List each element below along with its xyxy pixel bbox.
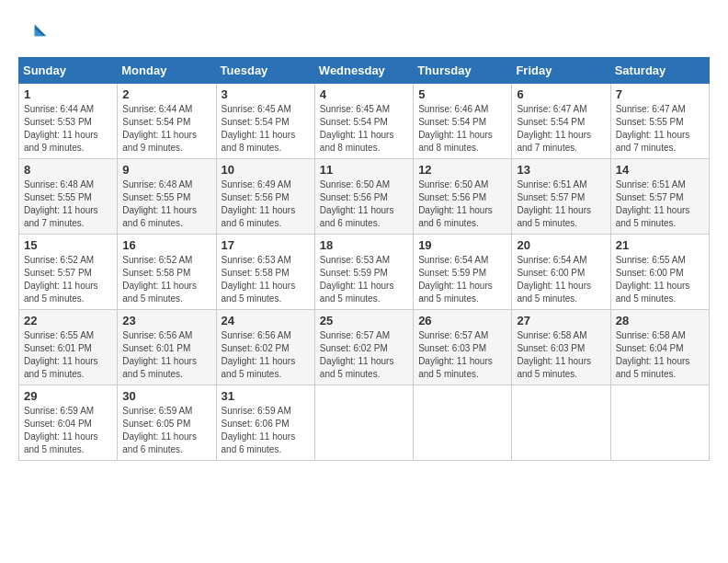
day-number: 17	[222, 238, 310, 252]
day-info: Sunrise: 6:56 AMSunset: 6:02 PMDaylight:…	[222, 329, 310, 381]
day-header-saturday: Saturday	[610, 58, 709, 84]
day-info: Sunrise: 6:55 AMSunset: 6:01 PMDaylight:…	[24, 329, 112, 381]
day-info: Sunrise: 6:55 AMSunset: 6:00 PMDaylight:…	[616, 254, 704, 305]
day-header-thursday: Thursday	[414, 58, 512, 84]
day-number: 21	[616, 238, 704, 252]
day-number: 25	[320, 314, 408, 327]
logo	[18, 18, 51, 48]
day-info: Sunrise: 6:50 AMSunset: 5:56 PMDaylight:…	[418, 178, 506, 230]
calendar-cell: 28Sunrise: 6:58 AMSunset: 6:04 PMDayligh…	[610, 310, 709, 385]
calendar-cell: 25Sunrise: 6:57 AMSunset: 6:02 PMDayligh…	[314, 310, 413, 385]
day-number: 7	[616, 87, 704, 101]
day-number: 13	[517, 163, 605, 177]
day-info: Sunrise: 6:48 AMSunset: 5:55 PMDaylight:…	[24, 178, 112, 230]
day-number: 15	[24, 238, 112, 252]
day-number: 14	[616, 163, 704, 177]
calendar-cell: 24Sunrise: 6:56 AMSunset: 6:02 PMDayligh…	[216, 310, 314, 385]
calendar-week-row: 8Sunrise: 6:48 AMSunset: 5:55 PMDaylight…	[19, 159, 710, 235]
day-number: 19	[418, 238, 506, 252]
calendar-cell: 8Sunrise: 6:48 AMSunset: 5:55 PMDaylight…	[19, 159, 118, 235]
day-number: 23	[122, 314, 210, 327]
calendar-cell: 20Sunrise: 6:54 AMSunset: 6:00 PMDayligh…	[512, 235, 610, 310]
calendar-week-row: 1Sunrise: 6:44 AMSunset: 5:53 PMDaylight…	[19, 84, 710, 159]
calendar-cell: 10Sunrise: 6:49 AMSunset: 5:56 PMDayligh…	[216, 159, 314, 235]
calendar-cell: 26Sunrise: 6:57 AMSunset: 6:03 PMDayligh…	[414, 310, 512, 385]
day-number: 28	[616, 314, 704, 327]
day-info: Sunrise: 6:51 AMSunset: 5:57 PMDaylight:…	[517, 178, 605, 230]
day-info: Sunrise: 6:53 AMSunset: 5:58 PMDaylight:…	[222, 254, 310, 305]
day-number: 27	[517, 314, 605, 327]
calendar-table: SundayMondayTuesdayWednesdayThursdayFrid…	[18, 57, 710, 461]
calendar-cell: 6Sunrise: 6:47 AMSunset: 5:54 PMDaylight…	[512, 84, 610, 159]
calendar-cell: 1Sunrise: 6:44 AMSunset: 5:53 PMDaylight…	[19, 84, 118, 159]
day-number: 11	[320, 163, 408, 177]
calendar-cell: 18Sunrise: 6:53 AMSunset: 5:59 PMDayligh…	[314, 235, 413, 310]
day-number: 12	[418, 163, 506, 177]
day-info: Sunrise: 6:59 AMSunset: 6:06 PMDaylight:…	[222, 405, 310, 456]
day-info: Sunrise: 6:49 AMSunset: 5:56 PMDaylight:…	[222, 178, 310, 230]
day-number: 5	[418, 87, 506, 101]
day-number: 24	[222, 314, 310, 327]
day-info: Sunrise: 6:59 AMSunset: 6:04 PMDaylight:…	[24, 405, 112, 456]
calendar-cell: 3Sunrise: 6:45 AMSunset: 5:54 PMDaylight…	[216, 84, 314, 159]
day-header-friday: Friday	[512, 58, 610, 84]
day-number: 6	[517, 87, 605, 101]
day-info: Sunrise: 6:45 AMSunset: 5:54 PMDaylight:…	[320, 103, 408, 155]
day-info: Sunrise: 6:47 AMSunset: 5:55 PMDaylight:…	[616, 103, 704, 155]
calendar-cell: 27Sunrise: 6:58 AMSunset: 6:03 PMDayligh…	[512, 310, 610, 385]
day-header-sunday: Sunday	[19, 58, 118, 84]
calendar-cell: 16Sunrise: 6:52 AMSunset: 5:58 PMDayligh…	[118, 235, 216, 310]
calendar-cell: 22Sunrise: 6:55 AMSunset: 6:01 PMDayligh…	[19, 310, 118, 385]
calendar-cell: 12Sunrise: 6:50 AMSunset: 5:56 PMDayligh…	[414, 159, 512, 235]
calendar-cell: 9Sunrise: 6:48 AMSunset: 5:55 PMDaylight…	[118, 159, 216, 235]
day-number: 3	[222, 87, 310, 101]
day-info: Sunrise: 6:57 AMSunset: 6:03 PMDaylight:…	[418, 329, 506, 381]
calendar-week-row: 29Sunrise: 6:59 AMSunset: 6:04 PMDayligh…	[19, 385, 710, 461]
day-info: Sunrise: 6:44 AMSunset: 5:53 PMDaylight:…	[24, 103, 112, 155]
calendar-cell: 29Sunrise: 6:59 AMSunset: 6:04 PMDayligh…	[19, 385, 118, 461]
day-info: Sunrise: 6:45 AMSunset: 5:54 PMDaylight:…	[222, 103, 310, 155]
day-info: Sunrise: 6:59 AMSunset: 6:05 PMDaylight:…	[122, 405, 210, 456]
day-info: Sunrise: 6:50 AMSunset: 5:56 PMDaylight:…	[320, 178, 408, 230]
calendar-week-row: 22Sunrise: 6:55 AMSunset: 6:01 PMDayligh…	[19, 310, 710, 385]
calendar-body: 1Sunrise: 6:44 AMSunset: 5:53 PMDaylight…	[19, 84, 710, 461]
day-info: Sunrise: 6:57 AMSunset: 6:02 PMDaylight:…	[320, 329, 408, 381]
day-info: Sunrise: 6:52 AMSunset: 5:57 PMDaylight:…	[24, 254, 112, 305]
calendar-cell: 4Sunrise: 6:45 AMSunset: 5:54 PMDaylight…	[314, 84, 413, 159]
day-info: Sunrise: 6:44 AMSunset: 5:54 PMDaylight:…	[122, 103, 210, 155]
day-header-wednesday: Wednesday	[314, 58, 413, 84]
day-number: 22	[24, 314, 112, 327]
day-info: Sunrise: 6:56 AMSunset: 6:01 PMDaylight:…	[122, 329, 210, 381]
calendar-cell: 11Sunrise: 6:50 AMSunset: 5:56 PMDayligh…	[314, 159, 413, 235]
calendar-cell	[314, 385, 413, 461]
day-number: 10	[222, 163, 310, 177]
calendar-cell: 13Sunrise: 6:51 AMSunset: 5:57 PMDayligh…	[512, 159, 610, 235]
calendar-cell: 23Sunrise: 6:56 AMSunset: 6:01 PMDayligh…	[118, 310, 216, 385]
day-number: 8	[24, 163, 112, 177]
day-number: 1	[24, 87, 112, 101]
day-info: Sunrise: 6:46 AMSunset: 5:54 PMDaylight:…	[418, 103, 506, 155]
logo-icon	[18, 18, 48, 48]
calendar-week-row: 15Sunrise: 6:52 AMSunset: 5:57 PMDayligh…	[19, 235, 710, 310]
calendar-cell	[610, 385, 709, 461]
day-header-monday: Monday	[118, 58, 216, 84]
day-number: 9	[122, 163, 210, 177]
day-info: Sunrise: 6:58 AMSunset: 6:04 PMDaylight:…	[616, 329, 704, 381]
calendar-cell: 17Sunrise: 6:53 AMSunset: 5:58 PMDayligh…	[216, 235, 314, 310]
calendar-cell: 31Sunrise: 6:59 AMSunset: 6:06 PMDayligh…	[216, 385, 314, 461]
day-number: 16	[122, 238, 210, 252]
calendar-cell	[512, 385, 610, 461]
day-info: Sunrise: 6:48 AMSunset: 5:55 PMDaylight:…	[122, 178, 210, 230]
calendar-cell: 5Sunrise: 6:46 AMSunset: 5:54 PMDaylight…	[414, 84, 512, 159]
page-header	[18, 18, 710, 48]
calendar-cell	[414, 385, 512, 461]
day-number: 18	[320, 238, 408, 252]
day-number: 29	[24, 389, 112, 403]
day-info: Sunrise: 6:54 AMSunset: 6:00 PMDaylight:…	[517, 254, 605, 305]
day-number: 20	[517, 238, 605, 252]
day-info: Sunrise: 6:58 AMSunset: 6:03 PMDaylight:…	[517, 329, 605, 381]
calendar-cell: 21Sunrise: 6:55 AMSunset: 6:00 PMDayligh…	[610, 235, 709, 310]
day-info: Sunrise: 6:52 AMSunset: 5:58 PMDaylight:…	[122, 254, 210, 305]
day-header-tuesday: Tuesday	[216, 58, 314, 84]
day-number: 2	[122, 87, 210, 101]
